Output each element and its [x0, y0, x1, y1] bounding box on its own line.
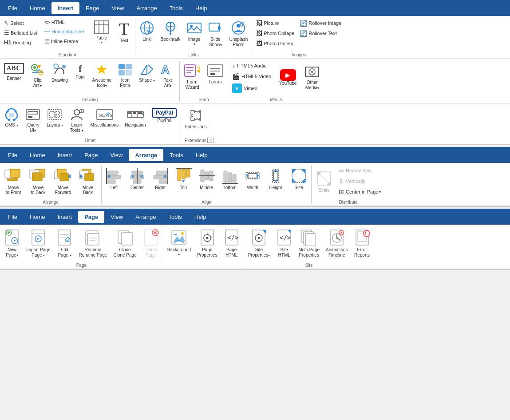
link-button[interactable]: Link	[137, 19, 157, 44]
bulleted-list-button[interactable]: ☰ Bulleted List	[2, 28, 40, 37]
miscellaneous-button[interactable]: NEWS Miscellaneous	[88, 106, 121, 130]
shape-button[interactable]: Shape ▾	[137, 61, 157, 85]
move-to-front-button[interactable]: Moveto Front	[2, 166, 25, 197]
form-button[interactable]: Form ▾	[205, 61, 226, 87]
menu-page-page[interactable]: Page	[78, 211, 104, 223]
navigation-button[interactable]: Navigation	[123, 106, 148, 130]
photo-gallery-button[interactable]: 🖼 Photo Gallery	[254, 39, 297, 48]
menu-help-arrange[interactable]: Help	[190, 149, 214, 161]
menu-insert-page[interactable]: Insert	[51, 211, 79, 223]
menu-help-page[interactable]: Help	[188, 211, 213, 223]
slideshow-button[interactable]: Slide Show▾	[206, 19, 225, 49]
align-center-button[interactable]: Center	[127, 166, 148, 192]
align-bottom-button[interactable]: Bottom	[219, 166, 240, 192]
site-html-button[interactable]: </> Site HTML	[274, 227, 294, 260]
align-size-button[interactable]: Size	[288, 166, 309, 192]
menu-arrange-arrange[interactable]: Arrange	[129, 149, 163, 161]
move-back-button[interactable]: MoveBack	[76, 166, 99, 197]
menu-home-page[interactable]: Home	[24, 211, 51, 223]
menu-tools-page[interactable]: Tools	[162, 211, 188, 223]
site-properties-button[interactable]: Site Properties▾	[246, 227, 273, 260]
vimeo-button[interactable]: V Vimeo	[230, 83, 273, 94]
clone-page-button[interactable]: Clone Clone Page	[111, 227, 138, 260]
error-reports-button[interactable]: ! Error Reports	[352, 227, 372, 260]
move-to-back-button[interactable]: Moveto Back	[27, 166, 50, 197]
clip-art-button[interactable]: Clip Art ▾	[27, 61, 48, 90]
menu-home-insert[interactable]: Home	[24, 2, 51, 14]
rollover-image-button[interactable]: 🔄 Rollover Image	[297, 19, 344, 28]
text-button[interactable]: T Text	[115, 19, 133, 45]
jquery-ui-button[interactable]: jQuery UI▾	[23, 106, 43, 135]
menu-file-page[interactable]: File	[2, 211, 24, 223]
awesome-icon-button[interactable]: Awesome Icon▾	[90, 61, 114, 90]
new-page-button[interactable]: New Page▾	[2, 227, 22, 260]
layout-button[interactable]: Layout ▾	[44, 106, 65, 130]
photo-collage-button[interactable]: 🖼 Photo Collage	[254, 29, 297, 38]
heading-button[interactable]: H1 Heading	[2, 38, 40, 47]
inline-frame-button[interactable]: ▤ Inline Frame	[42, 37, 86, 45]
edit-page-button[interactable]: Edit Page ▾	[54, 227, 75, 260]
align-right-button[interactable]: Right	[150, 166, 171, 192]
html5-video-button[interactable]: 🎬 HTML5 Video	[230, 72, 273, 81]
menu-page-arrange[interactable]: Page	[78, 149, 104, 161]
icon-font-button[interactable]: Icon Font▾	[115, 61, 136, 90]
import-page-button[interactable]: Import Page Page ▾	[24, 227, 52, 260]
menu-help-insert[interactable]: Help	[189, 2, 213, 14]
table-button[interactable]: Table ▾	[91, 19, 113, 46]
menu-insert-insert[interactable]: Insert	[51, 2, 79, 14]
move-to-back-icon	[29, 167, 47, 185]
menu-home-arrange[interactable]: Home	[24, 149, 51, 161]
youtube-button[interactable]: ▶ YouTube	[277, 67, 299, 88]
extensions-button[interactable]: Extensions	[183, 106, 209, 131]
background-button[interactable]: Background ▾	[165, 227, 193, 259]
html5-audio-button[interactable]: ♪ HTML5 Audio	[230, 61, 273, 70]
select-button[interactable]: ↖ Select	[2, 19, 40, 27]
unsplash-button[interactable]: Unsplash Unsplash Photo Photo	[227, 19, 250, 49]
font-button[interactable]: f Font	[71, 61, 89, 82]
menu-view-page[interactable]: View	[104, 211, 129, 223]
menu-view-arrange[interactable]: View	[104, 149, 129, 161]
rollover-text-button[interactable]: 🔄 Rollover Text	[297, 29, 344, 38]
animations-timeline-button[interactable]: Animations Timeline	[324, 227, 350, 260]
align-height-button[interactable]: Height	[265, 166, 286, 192]
horizontal-line-button[interactable]: — Horizontal Line	[42, 27, 86, 36]
picture-button[interactable]: 🖼 Picture	[254, 19, 297, 28]
align-width-button[interactable]: Width	[242, 166, 263, 192]
multi-page-properties-button[interactable]: Multi-Page Properties	[296, 227, 322, 260]
move-forward-button[interactable]: MoveForward	[51, 166, 75, 197]
bookmark-button[interactable]: Bookmark	[158, 19, 183, 44]
media-small-list: ♪ HTML5 Audio 🎬 HTML5 Video V Vimeo	[230, 61, 273, 94]
menu-arrange-page[interactable]: Arrange	[129, 211, 162, 223]
page-html-button[interactable]: </> Page HTML	[221, 227, 242, 260]
menu-tools-insert[interactable]: Tools	[163, 2, 189, 14]
rename-page-button[interactable]: Rename Rename Page	[76, 227, 109, 260]
login-tools-button[interactable]: Login Tools ▾	[67, 106, 87, 135]
cms-button[interactable]: CMS ▾	[2, 106, 21, 130]
delete-page-button[interactable]: Delete Page	[141, 227, 161, 260]
menu-view-insert[interactable]: View	[105, 2, 130, 14]
menu-insert-arrange[interactable]: Insert	[51, 149, 79, 161]
svg-marker-122	[274, 180, 277, 182]
menu-file-insert[interactable]: File	[2, 2, 24, 14]
drawing-button[interactable]: Drawing	[49, 61, 71, 85]
align-left-button[interactable]: Left	[103, 166, 125, 192]
menu-page-insert[interactable]: Page	[79, 2, 105, 14]
horizontally-button[interactable]: ⇔ Horizontally	[336, 166, 383, 175]
menu-arrange-insert[interactable]: Arrange	[130, 2, 163, 14]
text-art-icon: A	[160, 63, 175, 78]
menu-file-arrange[interactable]: File	[2, 149, 24, 161]
other-media-button[interactable]: Other Media▾	[302, 63, 322, 92]
html-button[interactable]: <> HTML	[42, 19, 86, 26]
image-button[interactable]: Image ▾	[185, 19, 204, 48]
center-in-page-button[interactable]: ⊞ Center in Page ▾	[336, 187, 383, 196]
menu-tools-arrange[interactable]: Tools	[163, 149, 189, 161]
align-top-button[interactable]: Top	[173, 166, 194, 192]
paypal-button[interactable]: PayPal PayPal	[150, 106, 178, 125]
page-properties-button[interactable]: Page Properties	[195, 227, 220, 260]
scale-button[interactable]: Scale	[313, 168, 335, 194]
align-middle-button[interactable]: Middle	[196, 166, 217, 192]
vertically-button[interactable]: ⇕ Vertically	[336, 177, 383, 186]
text-art-button[interactable]: A Text Art▾	[158, 61, 178, 90]
form-wizard-button[interactable]: Form Wizard	[182, 61, 203, 92]
banner-button[interactable]: ABC Banner	[2, 61, 26, 83]
